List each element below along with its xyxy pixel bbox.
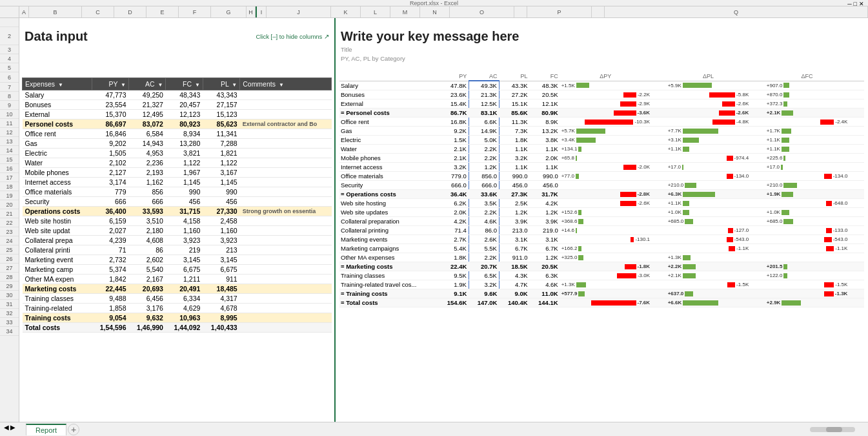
chart-cell-badge bbox=[651, 81, 667, 90]
add-tab-btn[interactable]: + bbox=[68, 424, 79, 435]
chart-cell-py: 15.4K bbox=[438, 99, 469, 109]
cell-label: Gas bbox=[23, 139, 92, 149]
col-header-b[interactable]: B bbox=[29, 6, 82, 17]
chart-cell-dpy: +166.2 bbox=[560, 244, 651, 253]
col-header-c[interactable]: C bbox=[82, 6, 114, 17]
cell-comment bbox=[240, 139, 332, 149]
col-header-m[interactable]: M bbox=[390, 6, 420, 17]
col-header-p[interactable]: P bbox=[527, 6, 592, 17]
chart-cell-pl: 3.9K bbox=[499, 217, 529, 226]
chart-cell-fc: 6.3K bbox=[530, 271, 560, 280]
cell-fc: 456 bbox=[166, 197, 203, 207]
chart-cell-empty2 bbox=[750, 127, 765, 136]
cell-ac: 3,510 bbox=[129, 216, 166, 226]
th-py[interactable]: PY ▼ bbox=[92, 78, 128, 90]
table-row: Mobile phones 2,127 2,193 1,967 3,167 bbox=[23, 168, 332, 178]
tab-scroll-left[interactable]: ◀ bbox=[4, 424, 9, 431]
hide-cols-btn[interactable]: Click [–] to hide columns ↗ bbox=[256, 33, 329, 40]
col-header-e[interactable]: E bbox=[146, 6, 179, 17]
chart-cell-fc: 20.5K bbox=[530, 90, 560, 99]
chart-cell-empty3 bbox=[849, 163, 864, 172]
chart-cell-py: 36.4K bbox=[438, 190, 469, 199]
chart-cell-fc: 3.1K bbox=[530, 235, 560, 244]
col-header-l[interactable]: L bbox=[361, 6, 390, 17]
chart-cell-pl: 213.0 bbox=[499, 226, 529, 235]
chart-cell-dpl: +6.3K bbox=[667, 190, 751, 199]
chart-cell-ac: 3.2K bbox=[469, 280, 499, 289]
tab-report[interactable]: Report bbox=[26, 424, 66, 435]
chart-cell-label: = Operations costs bbox=[339, 190, 438, 199]
col-header-g[interactable]: G bbox=[211, 6, 247, 17]
chart-th-dpl: ΔPL bbox=[667, 72, 751, 81]
close-btn[interactable]: ✕ bbox=[859, 1, 864, 7]
cell-pl: 213 bbox=[203, 245, 239, 255]
chart-cell-label: Salary bbox=[339, 81, 438, 90]
chart-cell-dfc: +122.0 bbox=[765, 271, 849, 280]
chart-cell-dpy: -2.8K bbox=[560, 190, 651, 199]
cell-label: Internet access bbox=[23, 178, 92, 187]
chart-cell-dpy: +65.8 bbox=[560, 154, 651, 163]
col-header-d[interactable]: D bbox=[114, 6, 146, 17]
chart-cell-empty2 bbox=[750, 235, 765, 244]
cell-ac: 6,456 bbox=[129, 294, 166, 304]
chart-cell-ac: 9.6K bbox=[469, 289, 499, 298]
cell-py: 666 bbox=[92, 197, 128, 207]
cell-label: Bonuses bbox=[23, 100, 92, 110]
chart-th-label bbox=[339, 72, 438, 81]
chart-cell-dpl: -2.6K bbox=[667, 99, 751, 109]
cell-label: Web site hostin bbox=[23, 216, 92, 226]
chart-cell-ac: 2.2K bbox=[469, 253, 499, 262]
chart-cell-badge bbox=[651, 127, 667, 136]
chart-cell-ac: 147.0K bbox=[469, 298, 499, 307]
col-header-j[interactable]: J bbox=[267, 6, 331, 17]
chart-cell-fc: 6.7K bbox=[530, 244, 560, 253]
th-expenses[interactable]: Expenses ▼ bbox=[23, 78, 92, 90]
th-pl[interactable]: PL ▼ bbox=[203, 78, 239, 90]
cell-pl: 85,623 bbox=[203, 119, 239, 129]
chart-row: Water 2.1K 2.2K 1.1K 1.1K +134.1 +1.1K +… bbox=[339, 145, 864, 154]
chart-cell-py: 154.6K bbox=[438, 298, 469, 307]
cell-py: 9,488 bbox=[92, 294, 128, 304]
col-header-k[interactable]: K bbox=[331, 6, 361, 17]
table-row: Office rent 16,846 6,584 8,934 11,341 bbox=[23, 129, 332, 139]
chart-th-dpy: ΔPY bbox=[560, 72, 651, 81]
chart-cell-dpy: -7.6K bbox=[560, 298, 651, 307]
cell-pl: 456 bbox=[203, 197, 239, 207]
col-header-q[interactable]: Q bbox=[605, 6, 868, 17]
th-comments[interactable]: Comments ▼ bbox=[240, 78, 332, 90]
col-header-n[interactable]: N bbox=[420, 6, 450, 17]
chart-cell-pl: 27.3K bbox=[499, 190, 529, 199]
chart-cell-label: = Training costs bbox=[339, 289, 438, 298]
chart-cell-empty3 bbox=[849, 253, 864, 262]
minimize-btn[interactable]: ─ bbox=[847, 1, 851, 7]
chart-cell-badge bbox=[651, 208, 667, 217]
chart-cell-empty3 bbox=[849, 271, 864, 280]
chart-cell-dpl: -4.8K bbox=[667, 118, 751, 127]
chart-cell-empty2 bbox=[750, 298, 765, 307]
cell-label: Training-related bbox=[23, 304, 92, 313]
cell-fc: 13,280 bbox=[166, 139, 203, 149]
chart-row: Gas 9.2K 14.9K 7.3K 13.2K +5.7K +7.7K +1… bbox=[339, 127, 864, 136]
chart-cell-fc: 4.6K bbox=[530, 280, 560, 289]
cell-comment bbox=[240, 216, 332, 226]
th-ac[interactable]: AC ▼ bbox=[129, 78, 166, 90]
tab-scroll-right[interactable]: ▶ bbox=[10, 424, 15, 431]
chart-cell-dpl: +2.2K bbox=[667, 262, 751, 271]
col-header-f[interactable]: F bbox=[179, 6, 211, 17]
chart-cell-fc: 3.8K bbox=[530, 136, 560, 145]
chart-cell-label: Bonuses bbox=[339, 90, 438, 99]
chart-cell-dfc: -1.3K bbox=[765, 289, 849, 298]
table-row: Office materials 779 856 990 990 bbox=[23, 187, 332, 197]
corner-cell bbox=[0, 6, 19, 17]
chart-row: = Personel costs 86.7K 83.1K 85.6K 80.9K… bbox=[339, 109, 864, 118]
scroll-track[interactable] bbox=[810, 427, 855, 432]
chart-cell-dpl: -1.1K bbox=[667, 244, 751, 253]
chart-cell-dpl: +1.3K bbox=[667, 253, 751, 262]
cell-fc: 8,934 bbox=[166, 129, 203, 139]
chart-cell-pl: 4.3K bbox=[499, 271, 529, 280]
restore-btn[interactable]: □ bbox=[854, 1, 857, 7]
cell-pl: 18,485 bbox=[203, 284, 239, 294]
cell-py: 23,554 bbox=[92, 100, 128, 110]
th-fc[interactable]: FC ▼ bbox=[166, 78, 203, 90]
col-header-o[interactable]: O bbox=[450, 6, 514, 17]
